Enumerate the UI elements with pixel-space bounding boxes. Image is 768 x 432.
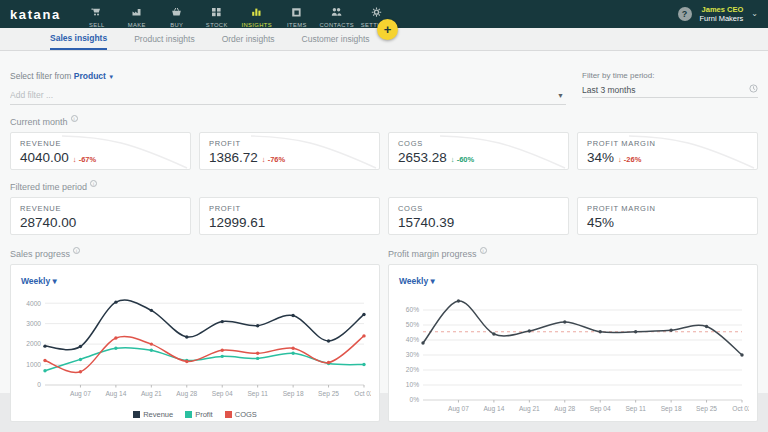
add-button[interactable]: + xyxy=(377,19,398,40)
chevron-down-icon[interactable]: ▼ xyxy=(555,92,566,99)
axis-tick-label: Sep 25 xyxy=(318,390,339,398)
axis-tick-label: 60% xyxy=(406,306,419,313)
help-icon[interactable]: ? xyxy=(678,7,692,21)
axis-tick-label: Oct 02 xyxy=(732,405,749,412)
axis-tick-label: Aug 21 xyxy=(141,390,162,398)
legend-swatch xyxy=(133,411,140,418)
axis-tick-label: 2000 xyxy=(26,340,41,347)
axis-tick-label: 3000 xyxy=(26,320,41,327)
filter-right: Filter by time period: Last 3 months xyxy=(582,71,758,105)
axis-tick-label: 1000 xyxy=(26,361,41,368)
factory-icon xyxy=(131,3,142,21)
nav-item-contacts[interactable]: CONTACTS xyxy=(317,1,357,28)
kpi-value: 12999.61 xyxy=(209,215,265,230)
chevron-down-icon[interactable]: ⌄ xyxy=(751,9,758,18)
section-title: Current month xyxy=(10,117,68,127)
kpi-delta: ↓ -60% xyxy=(451,155,474,164)
kpi-value: 34% xyxy=(587,150,614,165)
axis-tick-label: Sep 04 xyxy=(590,405,611,413)
user-menu[interactable]: James CEO Furni Makers xyxy=(700,5,744,23)
kpi-row: REVENUE4040.00↓ -67%PROFIT1386.72↓ -76%C… xyxy=(10,132,758,170)
axis-tick-label: Aug 21 xyxy=(519,405,540,413)
chart-plot-profit-margin-progress: 0%10%20%30%40%50%60%Aug 07Aug 14Aug 21Au… xyxy=(397,288,749,418)
nav-item-make[interactable]: MAKE xyxy=(117,1,157,28)
axis-tick-label: 40% xyxy=(406,336,419,343)
axis-tick-label: 0% xyxy=(409,396,419,403)
kpi-label: PROFIT xyxy=(209,204,370,213)
legend-swatch xyxy=(185,411,192,418)
axis-tick-label: 20% xyxy=(406,366,419,373)
nav-item-stock[interactable]: STOCK xyxy=(197,1,237,28)
axis-tick-label: Aug 28 xyxy=(176,390,197,398)
select-filter-label: Select filter from xyxy=(10,71,71,81)
axis-tick-label: 0 xyxy=(37,381,41,388)
kpi-value: 2653.28 xyxy=(398,150,447,165)
kpi-value-row: 12999.61 xyxy=(209,215,370,230)
section-heading: Sales progressi xyxy=(10,249,380,259)
section-heading: Current monthi xyxy=(10,117,758,127)
kpi-delta: ↓ -67% xyxy=(73,155,96,164)
kpi-value: 4040.00 xyxy=(20,150,69,165)
kpi-label: PROFIT xyxy=(209,139,370,148)
legend-item-cogs[interactable]: COGS xyxy=(225,410,257,419)
kpi-card-profit-margin: PROFIT MARGIN34%↓ -26% xyxy=(577,132,758,170)
kpi-card-profit: PROFIT1386.72↓ -76% xyxy=(199,132,380,170)
nav-item-label: INSIGHTS xyxy=(242,22,273,28)
kpi-value: 15740.39 xyxy=(398,215,454,230)
legend-item-revenue[interactable]: Revenue xyxy=(133,410,173,419)
kpi-delta: ↓ -26% xyxy=(618,155,641,164)
katana-logo: katana xyxy=(10,7,61,22)
chart-card-sales-progress: Weekly ▾01000200030004000Aug 07Aug 14Aug… xyxy=(10,264,380,422)
chart-title: Profit margin progress xyxy=(388,249,477,259)
kpi-row: REVENUE28740.00PROFIT12999.61COGS15740.3… xyxy=(10,197,758,235)
kpi-value: 45% xyxy=(587,215,614,230)
nav-right: ? James CEO Furni Makers ⌄ xyxy=(678,5,768,23)
nav-item-label: CONTACTS xyxy=(319,22,354,28)
kpi-value-row: 45% xyxy=(587,215,748,230)
nav-item-insights[interactable]: INSIGHTS xyxy=(237,1,277,28)
nav-item-buy[interactable]: BUY xyxy=(157,1,197,28)
kpi-value: 28740.00 xyxy=(20,215,76,230)
add-filter-input[interactable] xyxy=(10,87,555,103)
clock-icon[interactable] xyxy=(749,84,758,95)
nav-item-items[interactable]: ITEMS xyxy=(277,1,317,28)
legend-label: COGS xyxy=(235,410,257,419)
tab-product-insights[interactable]: Product insights xyxy=(134,28,194,50)
tab-sales-insights[interactable]: Sales insights xyxy=(50,28,107,50)
nav-item-label: BUY xyxy=(170,22,183,28)
period-dropdown[interactable]: Weekly ▾ xyxy=(399,276,435,286)
tab-order-insights[interactable]: Order insights xyxy=(222,28,275,50)
kpi-section-current-month: Current monthiREVENUE4040.00↓ -67%PROFIT… xyxy=(10,117,758,170)
legend-item-profit[interactable]: Profit xyxy=(185,410,213,419)
time-period-label: Filter by time period: xyxy=(582,71,758,80)
filter-source-dropdown[interactable]: Product xyxy=(74,71,106,81)
axis-tick-label: Sep 18 xyxy=(283,390,304,398)
section-title: Filtered time period xyxy=(10,182,87,192)
bar-chart-icon xyxy=(251,3,262,21)
nav-item-sell[interactable]: SELL xyxy=(77,1,117,28)
axis-tick-label: Oct 02 xyxy=(354,390,371,397)
legend-label: Revenue xyxy=(143,410,173,419)
kpi-value: 1386.72 xyxy=(209,150,258,165)
kpi-delta: ↓ -76% xyxy=(262,155,285,164)
axis-tick-label: Sep 25 xyxy=(696,405,717,413)
nav-item-label: SELL xyxy=(89,22,105,28)
period-dropdown[interactable]: Weekly ▾ xyxy=(21,276,57,286)
kpi-card-cogs: COGS15740.39 xyxy=(388,197,569,235)
kpi-card-profit: PROFIT12999.61 xyxy=(199,197,380,235)
axis-tick-label: Aug 28 xyxy=(554,405,575,413)
nav-item-label: MAKE xyxy=(128,22,146,28)
chart-section-profit-margin-progress: Profit margin progressiWeekly ▾0%10%20%3… xyxy=(388,237,758,422)
kpi-value-row: 4040.00↓ -67% xyxy=(20,150,181,165)
tab-customer-insights[interactable]: Customer insights xyxy=(302,28,370,50)
cart-icon xyxy=(91,3,102,21)
time-period-select[interactable]: Last 3 months xyxy=(582,84,758,98)
kpi-label: PROFIT MARGIN xyxy=(587,204,748,213)
chart-plot-sales-progress: 01000200030004000Aug 07Aug 14Aug 21Aug 2… xyxy=(19,288,371,403)
section-heading: Profit margin progressi xyxy=(388,249,758,259)
axis-tick-label: Sep 11 xyxy=(625,405,646,413)
axis-tick-label: 30% xyxy=(406,351,419,358)
time-period-value: Last 3 months xyxy=(582,85,635,95)
tabs: Sales insightsProduct insightsOrder insi… xyxy=(50,28,370,50)
user-name: James CEO xyxy=(700,5,744,14)
